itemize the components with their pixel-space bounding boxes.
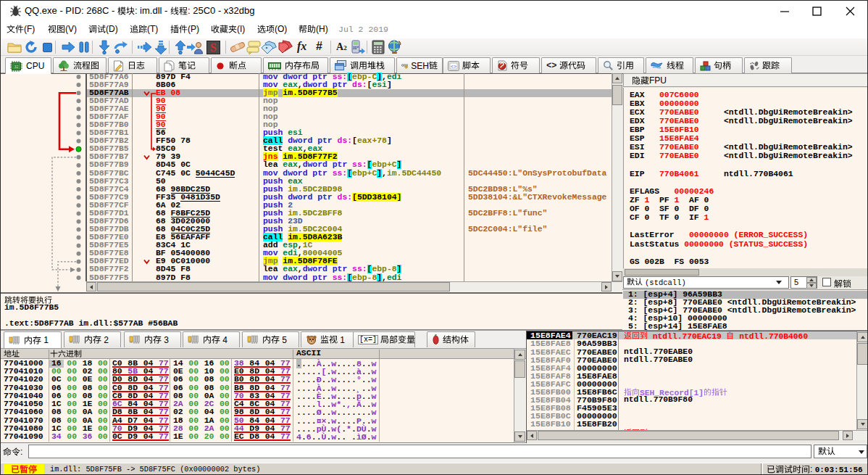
svg-text:<>: <> xyxy=(451,64,456,69)
svg-text:32: 32 xyxy=(14,64,18,68)
svg-text:!: ! xyxy=(406,65,406,68)
